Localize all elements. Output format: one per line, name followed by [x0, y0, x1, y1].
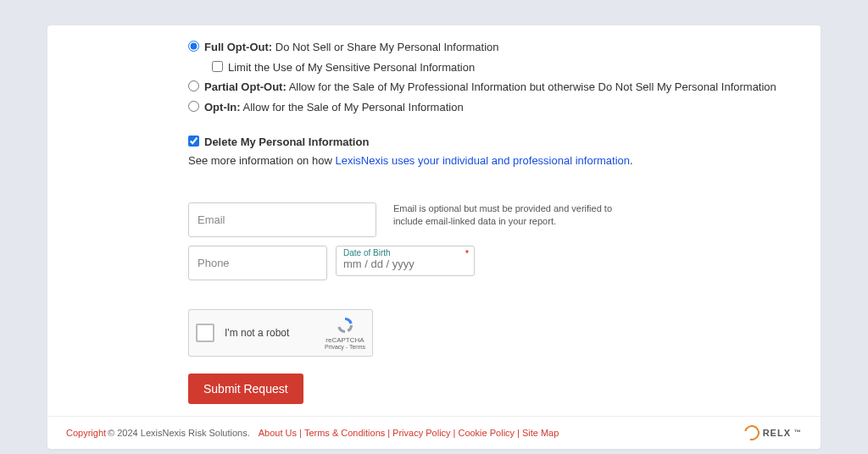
checkbox-limit-sensitive[interactable] [212, 61, 223, 72]
form-card: Full Opt-Out: Do Not Sell or Share My Pe… [47, 25, 821, 449]
dob-field-wrap[interactable]: Date of Birth * [336, 246, 475, 276]
footer: Copyright © 2024 LexisNexis Risk Solutio… [47, 416, 821, 440]
relx-icon [741, 422, 762, 443]
captcha-brand: reCAPTCHA [325, 336, 365, 344]
relx-logo: RELX™ [744, 425, 802, 440]
captcha-text: I'm not a robot [225, 327, 325, 339]
recaptcha[interactable]: I'm not a robot reCAPTCHA Privacy - Term… [188, 309, 373, 357]
link-terms[interactable]: Terms & Conditions [304, 428, 385, 438]
radio-opt-in[interactable] [188, 101, 199, 112]
link-about[interactable]: About Us [259, 428, 297, 438]
label-limit-sensitive: Limit the Use of My Sensitive Personal I… [228, 59, 475, 76]
captcha-checkbox[interactable] [196, 324, 214, 342]
info-link[interactable]: LexisNexis uses your individual and prof… [335, 154, 630, 167]
recaptcha-icon [335, 315, 355, 335]
footer-links: About Us|Terms & Conditions|Privacy Poli… [259, 428, 559, 438]
dob-field[interactable] [343, 257, 467, 270]
radio-partial-opt-out[interactable] [188, 80, 199, 91]
link-cookie[interactable]: Cookie Policy [458, 428, 515, 438]
submit-button[interactable]: Submit Request [188, 374, 303, 404]
label-delete-info: Delete My Personal Information [204, 134, 369, 151]
link-privacy[interactable]: Privacy Policy [392, 428, 450, 438]
option-full-opt-out: Full Opt-Out: Do Not Sell or Share My Pe… [188, 39, 821, 56]
copyright-text: © 2024 LexisNexis Risk Solutions. [108, 428, 250, 438]
phone-field[interactable] [188, 246, 327, 280]
email-helper: Email is optional but must be provided a… [393, 202, 614, 229]
label-opt-in: Opt-In: Allow for the Sale of My Persona… [204, 99, 464, 116]
option-limit-sensitive: Limit the Use of My Sensitive Personal I… [212, 59, 821, 76]
option-delete-info: Delete My Personal Information [188, 134, 821, 151]
link-sitemap[interactable]: Site Map [522, 428, 559, 438]
info-line: See more information on how LexisNexis u… [188, 154, 821, 167]
email-row: Email is optional but must be provided a… [188, 202, 821, 237]
copyright-label: Copyright [66, 428, 106, 438]
phone-dob-row: Date of Birth * [188, 246, 821, 280]
label-partial-opt-out: Partial Opt-Out: Allow for the Sale of M… [204, 79, 776, 96]
label-full-opt-out: Full Opt-Out: Do Not Sell or Share My Pe… [204, 39, 498, 56]
dob-label: Date of Birth [343, 248, 467, 257]
option-opt-in: Opt-In: Allow for the Sale of My Persona… [188, 99, 821, 116]
captcha-sub: Privacy - Terms [325, 344, 365, 350]
required-icon: * [465, 248, 469, 258]
checkbox-delete-info[interactable] [188, 136, 199, 147]
option-partial-opt-out: Partial Opt-Out: Allow for the Sale of M… [188, 79, 821, 96]
email-field[interactable] [188, 202, 376, 237]
radio-full-opt-out[interactable] [188, 41, 199, 52]
